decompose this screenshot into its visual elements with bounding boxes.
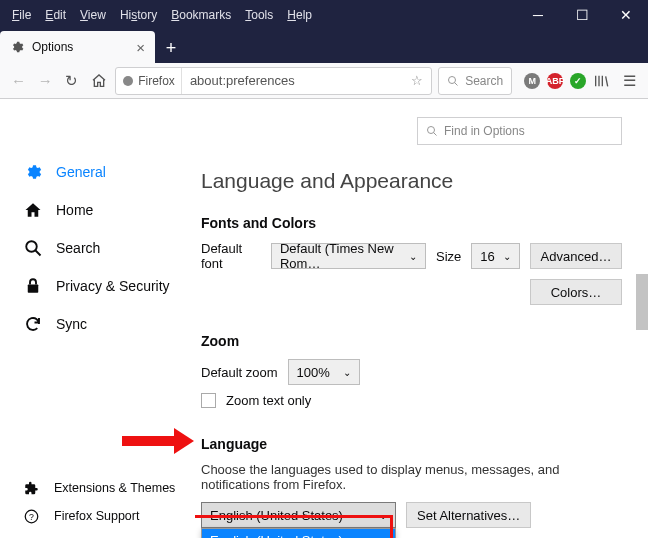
nav-toolbar: ← → ↻ Firefox about:preferences ☆ Search… <box>0 63 648 99</box>
section-heading: Language and Appearance <box>201 169 622 193</box>
search-bar[interactable]: Search <box>438 67 512 95</box>
extension-badge-check[interactable]: ✓ <box>570 73 586 89</box>
sidebar-item-sync[interactable]: Sync <box>24 305 195 343</box>
svg-line-2 <box>455 82 458 85</box>
menu-bar: File Edit View History Bookmarks Tools H… <box>0 0 648 30</box>
language-heading: Language <box>201 436 622 452</box>
zoom-text-only-label: Zoom text only <box>226 393 311 408</box>
puzzle-icon <box>24 481 44 496</box>
sidebar-label: Search <box>56 240 100 256</box>
app-menu-button[interactable]: ☰ <box>619 67 640 95</box>
gear-icon <box>24 163 44 181</box>
sidebar-label: Sync <box>56 316 87 332</box>
zoom-text-only-checkbox[interactable] <box>201 393 216 408</box>
sidebar-item-search[interactable]: Search <box>24 229 195 267</box>
chevron-down-icon: ⌄ <box>379 510 387 521</box>
sidebar-item-home[interactable]: Home <box>24 191 195 229</box>
url-text: about:preferences <box>182 73 403 88</box>
tab-strip: Options × + <box>0 30 648 63</box>
menu-view[interactable]: View <box>74 4 112 26</box>
window-close-button[interactable]: ✕ <box>604 0 648 30</box>
svg-point-1 <box>449 76 456 83</box>
language-description: Choose the languages used to display men… <box>201 462 622 492</box>
gear-icon <box>10 40 24 54</box>
display-language-select[interactable]: English (United States) ⌄ <box>201 502 396 528</box>
sidebar-item-support[interactable]: ? Firefox Support <box>24 502 175 530</box>
sidebar-label: Firefox Support <box>54 509 139 523</box>
extension-badge-abp[interactable]: ABP <box>547 73 563 89</box>
font-size-select[interactable]: 16⌄ <box>471 243 520 269</box>
chevron-down-icon: ⌄ <box>503 251 511 262</box>
set-alternatives-button[interactable]: Set Alternatives… <box>406 502 531 528</box>
window-maximize-button[interactable]: ☐ <box>560 0 604 30</box>
svg-rect-5 <box>28 285 39 293</box>
preferences-content: Find in Options Language and Appearance … <box>195 99 648 538</box>
tab-options[interactable]: Options × <box>0 31 155 63</box>
sidebar-label: Home <box>56 202 93 218</box>
svg-line-4 <box>35 250 40 255</box>
menu-help[interactable]: Help <box>281 4 318 26</box>
search-icon <box>447 75 459 87</box>
menu-tools[interactable]: Tools <box>239 4 279 26</box>
default-font-label: Default font <box>201 241 261 271</box>
menu-file[interactable]: File <box>6 4 37 26</box>
extension-badge-m[interactable]: M <box>524 73 540 89</box>
svg-point-0 <box>123 76 133 86</box>
chevron-down-icon: ⌄ <box>409 251 417 262</box>
firefox-brand-icon <box>122 75 134 87</box>
search-placeholder: Search <box>465 74 503 88</box>
find-placeholder: Find in Options <box>444 124 525 138</box>
scrollbar-thumb[interactable] <box>636 274 648 330</box>
forward-button[interactable]: → <box>35 67 56 95</box>
window-minimize-button[interactable]: ─ <box>516 0 560 30</box>
identity-label: Firefox <box>138 74 175 88</box>
search-icon <box>24 239 44 257</box>
fonts-heading: Fonts and Colors <box>201 215 622 231</box>
svg-point-8 <box>428 127 435 134</box>
svg-line-9 <box>434 133 437 136</box>
sidebar-label: Extensions & Themes <box>54 481 175 495</box>
default-zoom-select[interactable]: 100%⌄ <box>288 359 360 385</box>
sidebar-item-general[interactable]: General <box>24 153 195 191</box>
sidebar-item-privacy[interactable]: Privacy & Security <box>24 267 195 305</box>
language-dropdown: English (United States) Romanian Search … <box>201 528 396 538</box>
sidebar-item-extensions[interactable]: Extensions & Themes <box>24 474 175 502</box>
home-button[interactable] <box>88 67 109 95</box>
lock-icon <box>24 277 44 295</box>
advanced-fonts-button[interactable]: Advanced… <box>530 243 622 269</box>
sidebar-label: General <box>56 164 106 180</box>
menu-edit[interactable]: Edit <box>39 4 72 26</box>
reload-button[interactable]: ↻ <box>62 67 83 95</box>
help-icon: ? <box>24 509 44 524</box>
preferences-sidebar: General Home Search Privacy & Security S… <box>0 99 195 538</box>
default-font-select[interactable]: Default (Times New Rom…⌄ <box>271 243 426 269</box>
sync-icon <box>24 315 44 333</box>
tab-label: Options <box>32 40 73 54</box>
svg-text:?: ? <box>29 511 34 521</box>
menu-bookmarks[interactable]: Bookmarks <box>165 4 237 26</box>
new-tab-button[interactable]: + <box>155 33 187 63</box>
menu-history[interactable]: History <box>114 4 163 26</box>
svg-point-3 <box>26 241 37 252</box>
default-zoom-label: Default zoom <box>201 365 278 380</box>
library-button[interactable] <box>593 73 609 89</box>
find-in-options-input[interactable]: Find in Options <box>417 117 622 145</box>
zoom-heading: Zoom <box>201 333 622 349</box>
chevron-down-icon: ⌄ <box>343 367 351 378</box>
language-option[interactable]: English (United States) <box>202 529 395 538</box>
size-label: Size <box>436 249 461 264</box>
url-bar[interactable]: Firefox about:preferences ☆ <box>115 67 432 95</box>
sidebar-label: Privacy & Security <box>56 278 170 294</box>
tab-close-button[interactable]: × <box>136 39 145 56</box>
home-icon <box>24 201 44 219</box>
bookmark-star-icon[interactable]: ☆ <box>403 73 431 88</box>
search-icon <box>426 125 438 137</box>
colors-button[interactable]: Colors… <box>530 279 622 305</box>
back-button[interactable]: ← <box>8 67 29 95</box>
